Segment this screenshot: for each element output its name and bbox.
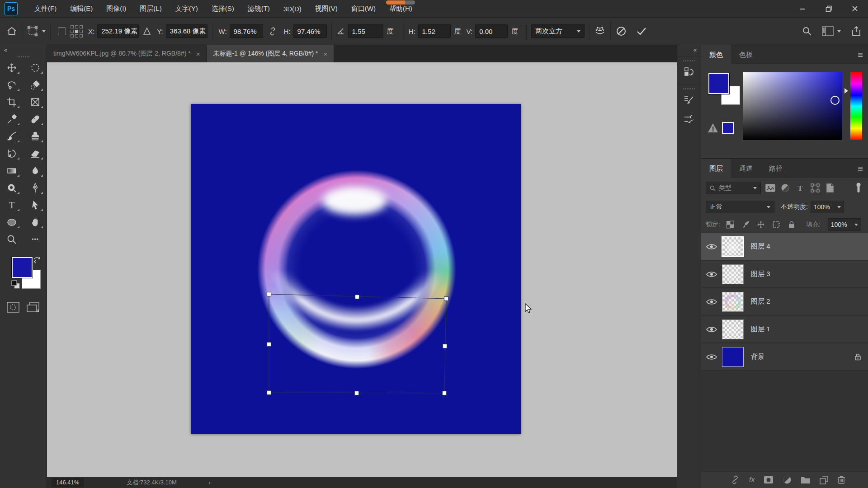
cancel-transform-icon[interactable]	[615, 25, 627, 37]
dodge-tool[interactable]	[0, 179, 24, 197]
rotation-field[interactable]: 1.55	[348, 24, 383, 38]
layer-thumbnail[interactable]	[722, 319, 744, 339]
tab-paths[interactable]: 路径	[761, 159, 791, 178]
layer-name[interactable]: 背景	[751, 352, 764, 361]
share-icon[interactable]	[851, 26, 862, 37]
layer-name[interactable]: 图层 4	[751, 242, 770, 251]
swap-colors-icon[interactable]	[33, 255, 42, 264]
hue-slider[interactable]	[850, 72, 862, 140]
lock-image-pixels-icon[interactable]	[740, 219, 751, 230]
screen-mode-icon[interactable]	[26, 301, 40, 313]
document-tab-1[interactable]: timgNW606KPL.jpg @ 80.7% (图层 2, RGB/8#) …	[47, 45, 207, 62]
panel-menu-icon[interactable]: ≡	[858, 159, 863, 178]
gradient-tool[interactable]	[0, 162, 24, 179]
fill-field[interactable]: 100%	[828, 218, 861, 231]
foreground-color-swatch[interactable]	[12, 257, 33, 278]
panel-menu-icon[interactable]: ≡	[858, 45, 863, 64]
color-picker-ring[interactable]	[830, 96, 840, 105]
panel-grip[interactable]	[683, 60, 695, 61]
filter-smart-objects-icon[interactable]	[825, 183, 835, 193]
close-button[interactable]	[842, 0, 868, 17]
pen-tool[interactable]	[24, 179, 47, 197]
add-layer-mask-icon[interactable]	[764, 476, 774, 484]
quick-mask-icon[interactable]	[6, 301, 20, 313]
opacity-field[interactable]: 100%	[811, 201, 844, 213]
restore-button[interactable]	[816, 0, 842, 17]
tab-swatches[interactable]: 色板	[731, 45, 761, 64]
document-tab-2[interactable]: 未标题-1 @ 146% (图层 4, RGB/8#) * ×	[207, 45, 334, 62]
toolbar-grip[interactable]	[18, 56, 29, 57]
menu-3d[interactable]: 3D(D)	[277, 0, 308, 17]
shape-tool[interactable]	[0, 214, 24, 231]
brush-tool[interactable]	[0, 128, 24, 145]
adjustment-layer-icon[interactable]	[783, 475, 792, 484]
lock-transparent-pixels-icon[interactable]	[725, 219, 736, 230]
layer-row-3[interactable]: 图层 3	[701, 261, 868, 288]
menu-layer[interactable]: 图层(L)	[133, 0, 168, 17]
new-layer-icon[interactable]	[820, 476, 828, 484]
delete-layer-icon[interactable]	[837, 475, 845, 484]
filter-pixel-layers-icon[interactable]	[765, 183, 776, 193]
layer-name[interactable]: 图层 3	[751, 270, 770, 278]
lock-artboard-icon[interactable]	[771, 219, 782, 230]
clone-stamp-tool[interactable]	[24, 128, 47, 145]
workspace-switcher-icon[interactable]	[822, 26, 841, 36]
visibility-eye-icon[interactable]	[701, 326, 722, 333]
move-tool[interactable]	[0, 59, 24, 76]
menu-select[interactable]: 选择(S)	[205, 0, 241, 17]
close-icon[interactable]: ×	[196, 50, 200, 58]
lock-all-icon[interactable]	[786, 219, 797, 230]
home-icon[interactable]	[6, 26, 17, 37]
edit-toolbar-icon[interactable]: •••	[24, 231, 47, 248]
elliptical-marquee-tool[interactable]	[24, 59, 47, 76]
eyedropper-tool[interactable]	[0, 111, 24, 128]
history-panel-icon[interactable]	[680, 63, 698, 81]
history-brush-tool[interactable]	[0, 145, 24, 162]
filter-type-layers-icon[interactable]: T	[795, 183, 806, 193]
layer-name[interactable]: 图层 1	[751, 325, 770, 333]
width-field[interactable]: 98.76%	[230, 24, 263, 38]
menu-image[interactable]: 图像(I)	[99, 0, 133, 17]
status-chevron-icon[interactable]: ›	[208, 479, 211, 486]
tab-layers[interactable]: 图层	[701, 159, 731, 178]
skew-h-field[interactable]: 1.52	[418, 24, 451, 38]
gamut-warning[interactable]	[708, 122, 734, 134]
commit-transform-icon[interactable]	[635, 25, 648, 38]
filter-adjustment-layers-icon[interactable]	[780, 183, 791, 193]
lasso-tool[interactable]	[0, 76, 24, 94]
closest-web-color-swatch[interactable]	[722, 122, 734, 134]
document-canvas[interactable]	[191, 104, 521, 434]
panel-grip[interactable]	[683, 88, 695, 89]
menu-edit[interactable]: 编辑(E)	[63, 0, 99, 17]
blur-tool[interactable]	[24, 162, 47, 179]
layer-row-1[interactable]: 图层 1	[701, 316, 868, 343]
search-icon[interactable]	[802, 26, 812, 36]
close-icon[interactable]: ×	[324, 50, 328, 58]
path-selection-tool[interactable]	[24, 197, 47, 214]
foreground-color-swatch[interactable]	[708, 73, 729, 94]
brushes-panel-icon[interactable]	[680, 110, 698, 128]
link-dimensions-icon[interactable]	[268, 26, 278, 36]
layer-name[interactable]: 图层 2	[751, 297, 770, 306]
warp-mode-icon[interactable]	[594, 25, 606, 37]
visibility-eye-icon[interactable]	[701, 243, 722, 250]
toggle-reference-point-checkbox[interactable]	[58, 27, 66, 35]
zoom-tool[interactable]	[0, 231, 24, 248]
tab-channels[interactable]: 通道	[731, 159, 761, 178]
interpolation-dropdown[interactable]: 两次立方	[531, 24, 585, 38]
visibility-eye-icon[interactable]	[701, 353, 722, 361]
minimize-button[interactable]	[789, 0, 816, 17]
layer-row-4[interactable]: 图层 4	[701, 233, 868, 261]
hand-tool[interactable]	[24, 214, 47, 231]
layer-row-2[interactable]: 图层 2	[701, 288, 868, 316]
crop-tool[interactable]	[0, 94, 24, 111]
layer-style-fx-icon[interactable]: fx	[749, 476, 755, 484]
blend-mode-dropdown[interactable]: 正常	[706, 201, 774, 213]
tab-color[interactable]: 颜色	[701, 45, 731, 64]
layer-thumbnail[interactable]	[722, 292, 744, 312]
type-tool[interactable]: T	[0, 197, 24, 214]
layer-thumbnail[interactable]	[722, 264, 744, 284]
menu-window[interactable]: 窗口(W)	[344, 0, 382, 17]
layer-thumbnail[interactable]	[722, 237, 744, 257]
visibility-eye-icon[interactable]	[701, 271, 722, 278]
